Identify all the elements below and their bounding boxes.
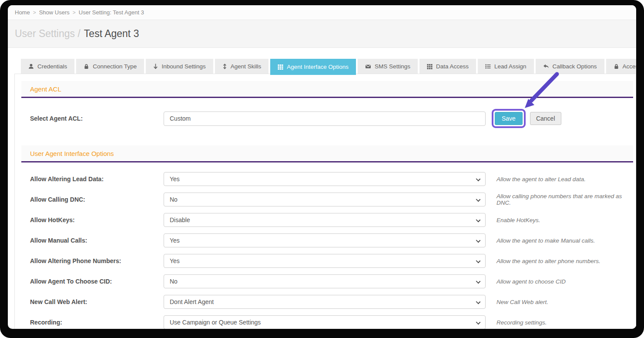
- select-value: Dont Alert Agent: [170, 298, 214, 305]
- tab-label: Agent Skills: [231, 63, 262, 70]
- breadcrumb-separator: >: [33, 10, 36, 16]
- section-heading-agent-acl: Agent ACL: [21, 81, 633, 98]
- chevron-down-icon: [476, 279, 481, 284]
- select-value: No: [170, 278, 178, 285]
- tab-label: Inbound Settings: [161, 63, 205, 70]
- tab-label: Connection Type: [93, 63, 137, 70]
- agent-acl-row: Select Agent ACL: Save Cancel: [15, 109, 636, 128]
- allow-agent-to-choose-cid-select[interactable]: No: [164, 274, 486, 288]
- field-help-text: Allow agent to choose CID: [496, 278, 566, 285]
- field-help-text: Recording settings.: [496, 319, 547, 326]
- allow-altering-lead-data-select[interactable]: Yes: [164, 172, 486, 186]
- page-title-prefix: User Settings /: [15, 28, 80, 40]
- screenshot-frame: Home > Show Users > User Setting: Test A…: [0, 0, 644, 338]
- chevron-down-icon: [476, 177, 481, 182]
- row-allow-altering-lead-data: Allow Altering Lead Data: Yes Allow the …: [15, 172, 636, 186]
- field-help-text: Allow calling phone numbers that are mar…: [496, 193, 636, 206]
- tab-content-panel: Agent ACL Select Agent ACL: Save Cancel …: [14, 74, 636, 329]
- settings-tab-bar: Credentials Connection Type Inbound Sett…: [8, 59, 636, 74]
- tab-connection-type[interactable]: Connection Type: [76, 59, 144, 74]
- section-heading-user-agent-interface-options: User Agent Interface Options: [21, 145, 633, 162]
- select-value: Disable: [170, 216, 190, 223]
- field-label: Allow Manual Calls:: [30, 237, 164, 244]
- field-label: Allow Calling DNC:: [30, 196, 164, 203]
- row-allow-calling-dnc: Allow Calling DNC: No Allow calling phon…: [15, 193, 636, 206]
- annotation-highlight-box: Save: [492, 109, 526, 128]
- grid-icon: [278, 64, 283, 70]
- tab-access[interactable]: Access: [606, 59, 636, 74]
- field-label: New Call Web Alert:: [30, 298, 164, 305]
- tab-label: Callback Options: [553, 63, 597, 70]
- breadcrumb-home[interactable]: Home: [15, 9, 30, 16]
- select-value: Yes: [170, 176, 180, 183]
- row-allow-altering-phone-numbers: Allow Altering Phone Numbers: Yes Allow …: [15, 254, 636, 268]
- user-icon: [28, 64, 34, 69]
- new-call-web-alert-select[interactable]: Dont Alert Agent: [164, 295, 486, 309]
- lock-icon: [84, 64, 89, 69]
- reply-icon: [543, 64, 549, 69]
- tab-lead-assign[interactable]: Lead Assign: [478, 59, 534, 74]
- field-help-text: Allow the agent to alter Lead data.: [496, 176, 586, 183]
- cancel-button[interactable]: Cancel: [530, 112, 561, 125]
- breadcrumb-current: User Setting: Test Agent 3: [79, 9, 144, 16]
- tab-inbound-settings[interactable]: Inbound Settings: [146, 59, 213, 74]
- save-button[interactable]: Save: [495, 112, 523, 125]
- row-allow-manual-calls: Allow Manual Calls: Yes Allow the agent …: [15, 233, 636, 247]
- allow-altering-phone-numbers-select[interactable]: Yes: [164, 254, 486, 268]
- tab-label: Lead Assign: [494, 63, 527, 70]
- tab-label: Data Access: [436, 63, 469, 70]
- row-new-call-web-alert: New Call Web Alert: Dont Alert Agent New…: [15, 295, 636, 309]
- tab-callback-options[interactable]: Callback Options: [536, 59, 604, 74]
- app-page: Home > Show Users > User Setting: Test A…: [8, 5, 636, 329]
- select-value: No: [170, 196, 178, 203]
- select-agent-acl-label: Select Agent ACL:: [30, 115, 164, 122]
- field-label: Allow HotKeys:: [30, 216, 164, 223]
- field-label: Allow Altering Lead Data:: [30, 176, 164, 183]
- tab-data-access[interactable]: Data Access: [419, 59, 476, 74]
- agent-acl-input[interactable]: [164, 112, 486, 126]
- grid-icon: [427, 64, 433, 69]
- page-title-bar: User Settings / Test Agent 3: [8, 20, 636, 48]
- tab-agent-skills[interactable]: Agent Skills: [215, 59, 269, 74]
- row-recording: Recording: Use Campaign or Queue Setting…: [15, 315, 636, 329]
- page-title-name: Test Agent 3: [84, 28, 139, 40]
- breadcrumb-show-users[interactable]: Show Users: [39, 9, 70, 16]
- select-value: Yes: [170, 237, 180, 244]
- lock-icon: [614, 64, 619, 69]
- field-help-text: Enable HotKeys.: [496, 217, 540, 223]
- recording-select[interactable]: Use Campaign or Queue Settings: [164, 315, 486, 329]
- field-label: Allow Altering Phone Numbers:: [30, 257, 164, 264]
- field-help-text: Allow the agent to alter phone numbers.: [496, 258, 600, 264]
- arrow-down-icon: [153, 64, 158, 69]
- arrows-vertical-icon: [222, 64, 227, 69]
- envelope-icon: [365, 64, 371, 69]
- field-label: Recording:: [30, 319, 164, 326]
- chevron-down-icon: [476, 238, 481, 243]
- chevron-down-icon: [476, 259, 481, 264]
- tab-label: Credentials: [37, 63, 67, 70]
- tab-label: Access: [623, 63, 636, 70]
- tab-label: SMS Settings: [375, 63, 410, 70]
- select-value: Yes: [170, 257, 180, 264]
- list-icon: [485, 64, 491, 69]
- chevron-down-icon: [476, 197, 481, 202]
- field-help-text: New Call Web alert.: [496, 299, 548, 305]
- row-allow-agent-to-choose-cid: Allow Agent To Choose CID: No Allow agen…: [15, 274, 636, 288]
- chevron-down-icon: [476, 320, 481, 325]
- select-value: Use Campaign or Queue Settings: [170, 319, 261, 326]
- field-help-text: Allow the agent to make Manual calls.: [496, 237, 595, 244]
- tab-credentials[interactable]: Credentials: [21, 59, 74, 74]
- chevron-down-icon: [476, 300, 481, 304]
- chevron-down-icon: [476, 218, 481, 223]
- breadcrumb: Home > Show Users > User Setting: Test A…: [8, 5, 636, 20]
- allow-calling-dnc-select[interactable]: No: [164, 193, 486, 206]
- breadcrumb-separator: >: [73, 10, 76, 16]
- tab-agent-interface-options[interactable]: Agent Interface Options: [270, 59, 356, 75]
- field-label: Allow Agent To Choose CID:: [30, 278, 164, 285]
- row-allow-hotkeys: Allow HotKeys: Disable Enable HotKeys.: [15, 213, 636, 227]
- allow-manual-calls-select[interactable]: Yes: [164, 233, 486, 247]
- tab-sms-settings[interactable]: SMS Settings: [358, 59, 418, 74]
- allow-hotkeys-select[interactable]: Disable: [164, 213, 486, 227]
- tab-label: Agent Interface Options: [287, 64, 349, 70]
